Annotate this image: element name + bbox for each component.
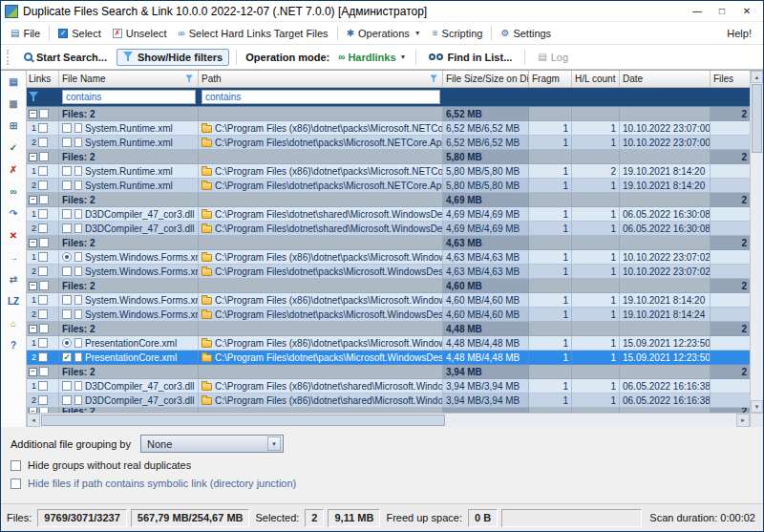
col-file-name[interactable]: File Name [59, 71, 199, 87]
find-in-list-button[interactable]: Find in List... [423, 49, 518, 66]
file-row[interactable]: 2System.Windows.Forms.xmlC:\Program File… [27, 308, 750, 322]
filter-funnel-icon[interactable] [185, 74, 193, 82]
row-checkbox[interactable] [62, 295, 72, 305]
group-header-row[interactable]: −Files: 24,63 MB2 [27, 236, 750, 250]
lz-compress-icon[interactable]: LZ [6, 293, 21, 309]
group-checkbox[interactable] [39, 238, 49, 247]
file-row[interactable]: 1System.Windows.Forms.xmlC:\Program File… [27, 250, 750, 265]
group-checkbox[interactable] [39, 281, 49, 290]
close-button[interactable]: ✕ [738, 4, 755, 18]
menu-scripting[interactable]: ≡Scripting [427, 25, 489, 42]
file-row[interactable]: 1PresentationCore.xmlC:\Program Files (x… [27, 336, 750, 351]
links-checkbox[interactable] [38, 166, 48, 176]
hardlink-icon[interactable]: ∞ [6, 183, 21, 199]
folder-open-icon[interactable]: ⌂ [6, 315, 21, 330]
col-links[interactable]: Links [27, 71, 59, 87]
file-row[interactable]: 1System.Runtime.xmlC:\Program Files (x86… [27, 164, 750, 179]
links-checkbox[interactable] [38, 138, 48, 147]
row-checkbox[interactable] [62, 223, 72, 233]
file-name-filter-input[interactable]: contains [62, 90, 196, 104]
group-checkbox[interactable] [39, 152, 49, 161]
vertical-scrollbar[interactable]: ▲ ▼ [750, 71, 763, 427]
row-checkbox[interactable] [62, 395, 72, 405]
symlink-icon[interactable]: ↷ [6, 205, 21, 221]
links-checkbox[interactable] [38, 309, 48, 319]
file-row[interactable]: 2System.Windows.Forms.xmlC:\Program File… [27, 265, 750, 279]
row-checkbox[interactable] [62, 138, 72, 147]
collapse-icon[interactable]: − [29, 196, 37, 204]
vscroll-thumb[interactable] [752, 84, 762, 153]
file-row[interactable]: 2System.Runtime.xmlC:\Program Files\dotn… [27, 179, 750, 193]
move-file-icon[interactable]: → [6, 249, 21, 265]
collapse-icon[interactable]: − [29, 282, 37, 290]
menu-operations[interactable]: ✱Operations▼ [341, 25, 427, 42]
file-row[interactable]: 2PresentationCore.xmlC:\Program Files\do… [27, 351, 750, 365]
row-checkbox[interactable] [62, 181, 72, 190]
delete-file-icon[interactable]: ✕ [6, 227, 21, 243]
file-row[interactable]: 2D3DCompiler_47_cor3.dllC:\Program Files… [27, 394, 750, 408]
file-row[interactable]: 1D3DCompiler_47_cor3.dllC:\Program Files… [27, 379, 750, 394]
col-file-size[interactable]: File Size/Size on Disk [443, 71, 529, 87]
links-checkbox[interactable] [38, 181, 48, 190]
menu-file[interactable]: ▤File [5, 25, 46, 42]
hide-groups-checkbox[interactable] [11, 460, 21, 471]
row-checkbox[interactable] [62, 309, 72, 319]
file-row[interactable]: 2D3DCompiler_47_cor3.dllC:\Program Files… [27, 222, 750, 236]
horizontal-scrollbar[interactable]: ◄ ► [27, 413, 750, 427]
links-checkbox[interactable] [38, 338, 48, 348]
col-path[interactable]: Path [199, 71, 443, 87]
log-button[interactable]: ▤Log [532, 49, 574, 66]
scroll-up-icon[interactable]: ▲ [751, 71, 763, 83]
toolbar-gripper[interactable] [7, 50, 12, 65]
group-checkbox[interactable] [39, 324, 49, 333]
collapse-icon[interactable]: − [29, 239, 37, 247]
col-files[interactable]: Files [711, 71, 750, 87]
row-checkbox[interactable] [62, 209, 72, 219]
minimize-button[interactable]: — [689, 4, 706, 18]
col-hl-count[interactable]: H/L count [572, 71, 620, 87]
hscroll-thumb[interactable] [41, 415, 445, 426]
links-checkbox[interactable] [38, 352, 48, 362]
links-checkbox[interactable] [38, 295, 48, 305]
links-checkbox[interactable] [38, 395, 48, 405]
group-header-row[interactable]: −Files: 25,80 MB2 [27, 150, 750, 164]
unselect-group-icon[interactable]: ✗ [6, 161, 21, 177]
menu-help[interactable]: Help! [719, 25, 759, 42]
group-checkbox[interactable] [39, 367, 49, 376]
start-search-button[interactable]: Start Search... [18, 49, 113, 66]
row-checkbox[interactable] [62, 381, 72, 391]
menu-settings[interactable]: ⚙Settings [495, 25, 557, 42]
group-header-row[interactable]: −Files: 26,52 MB2 [27, 107, 750, 121]
links-checkbox[interactable] [38, 209, 48, 219]
collapse-icon[interactable]: − [29, 153, 37, 161]
col-date[interactable]: Date [620, 71, 711, 87]
grouping-select[interactable]: None ▼ [140, 435, 284, 453]
file-row[interactable]: 1System.Windows.Forms.xmlC:\Program File… [27, 293, 750, 308]
show-hide-filters-button[interactable]: Show/Hide filters [117, 49, 229, 66]
menu-select-hard-links[interactable]: ∞Select Hard Links Target Files [173, 25, 334, 42]
group-checkbox[interactable] [39, 195, 49, 204]
row-checkbox[interactable] [62, 166, 72, 176]
row-checkbox[interactable] [62, 352, 72, 362]
file-row[interactable]: 1D3DCompiler_47_cor3.dllC:\Program Files… [27, 207, 750, 222]
links-checkbox[interactable] [38, 266, 48, 276]
row-checkbox[interactable] [62, 123, 72, 133]
group-header-row[interactable]: −Files: 24,60 MB2 [27, 279, 750, 293]
filter-funnel-icon[interactable] [430, 74, 437, 82]
links-checkbox[interactable] [38, 223, 48, 233]
collapse-icon[interactable]: − [29, 368, 37, 376]
collapse-icon[interactable]: − [29, 110, 37, 118]
col-fragm[interactable]: Fragm [529, 71, 572, 87]
compare-icon[interactable]: ⇄ [6, 271, 21, 287]
group-header-row[interactable]: −Files: 24,69 MB2 [27, 193, 750, 207]
menu-unselect[interactable]: ✗Unselect [107, 25, 173, 42]
links-checkbox[interactable] [38, 123, 48, 133]
hide-symlink-checkbox[interactable] [11, 479, 21, 489]
group-header-row[interactable]: −Files: 23,94 MB2 [27, 365, 750, 379]
group-checkbox[interactable] [39, 109, 49, 118]
menu-select[interactable]: ✓Select [53, 25, 107, 42]
copy-icon[interactable]: ⊞ [6, 117, 21, 133]
collapse-icon[interactable]: − [29, 325, 37, 333]
path-filter-input[interactable]: contains [202, 90, 440, 104]
row-checkbox[interactable] [62, 266, 72, 276]
